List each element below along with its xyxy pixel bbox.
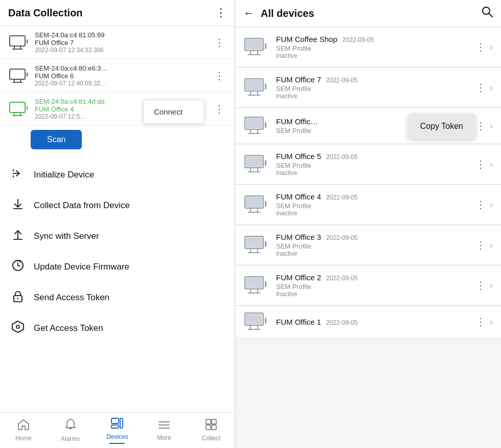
connect-popup: Connect: [143, 100, 204, 124]
svg-rect-38: [246, 39, 262, 50]
sync-label: Sync with Server: [34, 231, 99, 241]
svg-rect-80: [246, 314, 262, 324]
scan-button-container: Scan: [0, 126, 235, 155]
send-token-item[interactable]: Send Access Token: [0, 282, 235, 313]
right-device-info-0: FUM Coffee Shop 2022-09-05 SEM Profile I…: [276, 35, 471, 59]
right-device-date-0: 2022-09-05: [343, 36, 374, 43]
right-device-info-4: FUM Office 4 2022-09-05 SEM Profile Inac…: [276, 192, 471, 217]
nav-devices[interactable]: Devices: [94, 413, 141, 448]
svg-rect-60: [265, 160, 266, 166]
right-device-date-1: 2022-09-05: [326, 77, 357, 84]
device-kebab-0[interactable]: ⋮: [212, 34, 226, 51]
svg-rect-50: [246, 118, 262, 128]
right-kebab-4[interactable]: ⋮: [471, 196, 490, 213]
right-header: ← All devices: [235, 0, 501, 27]
home-icon: [17, 419, 30, 433]
device-kebab-1[interactable]: ⋮: [212, 68, 226, 84]
collect-data-item[interactable]: Collect Data from Device: [0, 190, 235, 221]
right-chevron-3: ›: [490, 159, 493, 170]
right-device-status-3: Inactive: [276, 169, 471, 176]
right-device-card-7[interactable]: FUM Office 1 2022-09-05 ⋮ ›: [235, 306, 501, 337]
right-chevron-0: ›: [490, 42, 493, 53]
nav-more-label: More: [157, 434, 171, 441]
divider-3: [235, 184, 501, 185]
svg-line-36: [489, 14, 493, 17]
nav-alarms[interactable]: Alarms: [47, 413, 94, 448]
right-device-icon-1: [243, 77, 269, 98]
left-device-list: SEM-24:0a:c4:81:05:69 FUM Office 7 2022-…: [0, 26, 235, 126]
right-device-status-4: Inactive: [276, 210, 471, 217]
right-device-card-2[interactable]: FUM Offic… SEM Profile ⋮ › Copy Token: [235, 108, 501, 143]
right-device-name-3: FUM Office 5: [276, 152, 321, 161]
right-device-card-5[interactable]: FUM Office 3 2022-09-05 SEM Profile Inac…: [235, 226, 501, 264]
right-kebab-3[interactable]: ⋮: [471, 156, 490, 172]
right-chevron-4: ›: [490, 199, 493, 210]
svg-rect-74: [246, 278, 262, 288]
right-device-card-4[interactable]: FUM Office 4 2022-09-05 SEM Profile Inac…: [235, 185, 501, 224]
nav-home[interactable]: Home: [0, 413, 47, 448]
svg-rect-84: [265, 318, 266, 324]
right-device-type-4: SEM Profile: [276, 202, 471, 210]
device-kebab-2[interactable]: ⋮: [212, 101, 226, 117]
divider-5: [235, 265, 501, 265]
right-device-icon-5: [243, 235, 269, 255]
connect-popup-item[interactable]: Connect: [144, 100, 204, 123]
svg-rect-42: [265, 43, 266, 49]
device-mac-1: SEM-24:0a:c4:80:e6:3…: [35, 64, 212, 72]
initialize-icon: [10, 167, 26, 183]
right-device-info-5: FUM Office 3 2022-09-05 SEM Profile Inac…: [276, 233, 471, 257]
left-panel: Data Collection ⋮ SEM-24:0a:c4:81:05:69 …: [0, 0, 235, 448]
right-device-list: FUM Coffee Shop 2022-09-05 SEM Profile I…: [235, 27, 501, 448]
right-device-card-0[interactable]: FUM Coffee Shop 2022-09-05 SEM Profile I…: [235, 28, 501, 66]
svg-rect-62: [246, 197, 262, 207]
sync-icon: [10, 228, 26, 244]
get-token-item[interactable]: Get Access Token: [0, 313, 235, 344]
right-kebab-5[interactable]: ⋮: [471, 237, 490, 253]
copy-token-popup[interactable]: Copy Token: [408, 114, 475, 139]
device-item-1[interactable]: SEM-24:0a:c4:80:e6:3… FUM Office 6 2022-…: [0, 59, 235, 93]
right-chevron-5: ›: [490, 240, 493, 251]
right-device-status-5: Inactive: [276, 250, 471, 257]
right-kebab-0[interactable]: ⋮: [471, 39, 490, 55]
collect-nav-icon: [206, 419, 217, 433]
svg-rect-0: [10, 36, 25, 46]
divider-6: [235, 305, 501, 306]
svg-rect-56: [246, 156, 262, 167]
update-firmware-item[interactable]: Update Device Firmware: [0, 252, 235, 282]
nav-more[interactable]: More: [141, 413, 188, 448]
search-button[interactable]: [482, 6, 493, 20]
right-device-name-2: FUM Offic…: [276, 117, 318, 126]
nav-alarms-label: Alarms: [61, 435, 80, 442]
right-device-icon-4: [243, 194, 269, 215]
svg-rect-68: [246, 237, 262, 248]
right-kebab-7[interactable]: ⋮: [471, 313, 490, 330]
right-device-card-1[interactable]: FUM Office 7 2022-09-05 SEM Profile Inac…: [235, 68, 501, 107]
divider-2: [235, 144, 501, 144]
right-device-date-4: 2022-09-05: [326, 194, 357, 201]
initialize-device-item[interactable]: Initialize Device: [0, 160, 235, 190]
device-item-0[interactable]: SEM-24:0a:c4:81:05:69 FUM Office 7 2022-…: [0, 26, 235, 59]
right-device-date-5: 2022-09-05: [326, 234, 357, 241]
bottom-nav: Home Alarms Devices: [0, 412, 235, 448]
collect-label: Collect Data from Device: [34, 200, 130, 211]
right-device-type-6: SEM Profile: [276, 283, 471, 290]
right-kebab-6[interactable]: ⋮: [471, 277, 490, 294]
back-button[interactable]: ←: [243, 7, 255, 20]
devices-nav-underline: [109, 443, 125, 444]
svg-rect-44: [246, 80, 262, 90]
nav-collect[interactable]: Collect: [188, 413, 235, 448]
svg-rect-66: [265, 200, 266, 207]
sync-server-item[interactable]: Sync with Server: [0, 221, 235, 252]
right-device-name-7: FUM Office 1: [276, 318, 321, 326]
scan-button[interactable]: Scan: [31, 130, 82, 149]
right-device-info-3: FUM Office 5 2022-09-05 SEM Profile Inac…: [276, 152, 471, 176]
device-date-0: 2022-09-07 12:34:32.306: [35, 47, 212, 54]
right-device-card-3[interactable]: FUM Office 5 2022-09-05 SEM Profile Inac…: [235, 145, 501, 184]
more-icon: [158, 419, 170, 433]
header-kebab-button[interactable]: ⋮: [215, 6, 226, 19]
right-device-date-3: 2022-09-05: [326, 153, 357, 161]
right-kebab-1[interactable]: ⋮: [471, 79, 490, 96]
right-device-icon-3: [243, 154, 269, 174]
device-info-1: SEM-24:0a:c4:80:e6:3… FUM Office 6 2022-…: [35, 64, 212, 87]
right-device-card-6[interactable]: FUM Office 2 2022-09-05 SEM Profile Inac…: [235, 266, 501, 305]
